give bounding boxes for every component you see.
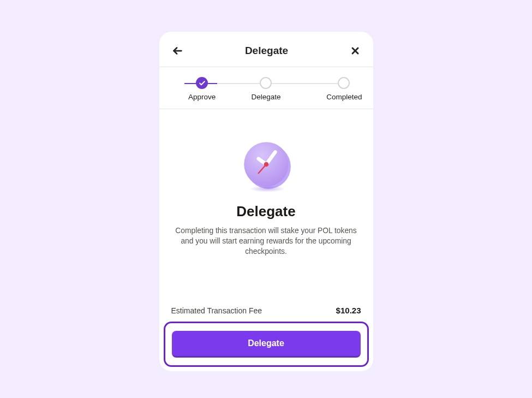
step-delegate-label: Delegate: [251, 93, 280, 101]
step-approve-label: Approve: [188, 93, 216, 101]
close-icon: [350, 45, 361, 56]
delegate-modal: Delegate Approve Delegate Completed: [159, 32, 373, 371]
arrow-left-icon: [171, 45, 183, 57]
progress-stepper: Approve Delegate Completed: [159, 67, 373, 109]
modal-title: Delegate: [245, 45, 288, 57]
close-button[interactable]: [350, 45, 361, 56]
content-description: Completing this transaction will stake y…: [171, 225, 361, 257]
fee-value: $10.23: [336, 306, 361, 315]
modal-header: Delegate: [159, 32, 373, 67]
check-icon: [199, 80, 206, 87]
fee-label: Estimated Transaction Fee: [171, 306, 262, 315]
modal-content: Delegate Completing this transaction wil…: [159, 109, 373, 266]
back-button[interactable]: [171, 45, 183, 57]
fee-row: Estimated Transaction Fee $10.23: [159, 266, 373, 319]
step-delegate: Delegate: [234, 77, 298, 101]
content-title: Delegate: [171, 203, 361, 220]
step-completed: Completed: [298, 77, 362, 101]
svg-point-9: [264, 162, 268, 167]
step-completed-label: Completed: [326, 93, 362, 101]
step-approve-circle: [196, 77, 208, 89]
clock-icon: [238, 138, 294, 193]
step-completed-circle: [338, 77, 350, 89]
step-delegate-circle: [260, 77, 272, 89]
delegate-button[interactable]: Delegate: [172, 331, 361, 358]
step-approve: Approve: [170, 77, 234, 101]
action-highlight: Delegate: [164, 322, 369, 367]
